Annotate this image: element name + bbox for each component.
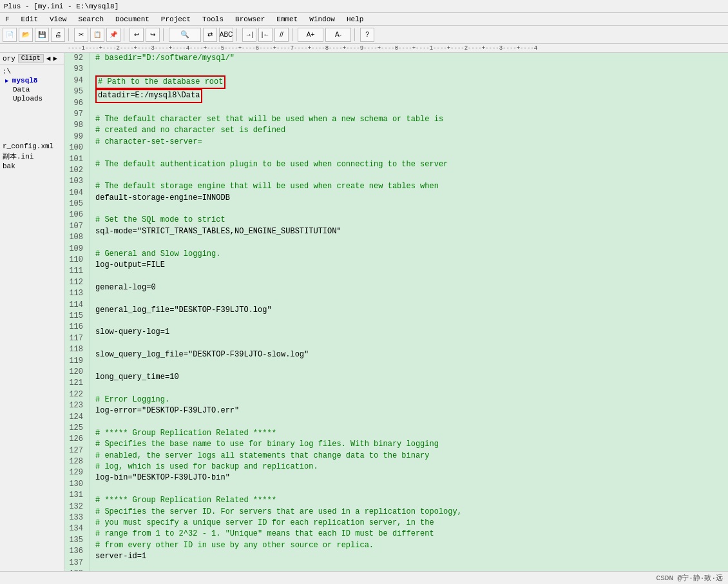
- line-number-123: 123: [64, 400, 86, 411]
- toolbar-sep-3: [163, 28, 166, 41]
- nav-arrow-right[interactable]: ▶: [53, 54, 57, 63]
- menu-item-file[interactable]: F: [3, 14, 12, 24]
- line-number-125: 125: [64, 423, 86, 434]
- ruler-text: ----1----+----2----+----3----+----4----+…: [68, 44, 537, 53]
- code-line-96: [95, 103, 728, 114]
- toolbar-find[interactable]: 🔍: [169, 28, 201, 42]
- clip-button[interactable]: Clipt: [18, 54, 44, 63]
- tree-item-mysql8[interactable]: mysql8: [0, 76, 64, 85]
- editor-content: 9293949596979899100101102103104105106107…: [64, 53, 728, 571]
- tree-item-uploads[interactable]: Uploads: [0, 94, 64, 103]
- line-number-127: 127: [64, 445, 86, 456]
- toolbar-paste[interactable]: 📌: [106, 28, 120, 42]
- toolbar-outdent[interactable]: |←: [258, 28, 273, 42]
- code-line-104: default-storage-engine=INNODB: [95, 193, 728, 204]
- line-numbers: 9293949596979899100101102103104105106107…: [64, 53, 90, 571]
- code-line-123: log-error="DESKTOP-F39LJTO.err": [95, 405, 728, 416]
- toolbar-zoom-out[interactable]: A-: [325, 28, 351, 42]
- main-layout: ory Clipt ◀ ▶ :\ mysql8 Data Uploads r_c…: [0, 53, 728, 571]
- line-number-102: 102: [64, 165, 86, 176]
- code-line-110: log-output=FILE: [95, 260, 728, 271]
- line-number-135: 135: [64, 535, 86, 546]
- menu-item-window[interactable]: Window: [307, 14, 338, 24]
- line-number-131: 131: [64, 490, 86, 501]
- editor-area[interactable]: 9293949596979899100101102103104105106107…: [64, 53, 728, 571]
- line-number-94: 94: [64, 75, 86, 86]
- line-number-104: 104: [64, 188, 86, 199]
- code-line-121: [95, 383, 728, 394]
- line-number-114: 114: [64, 300, 86, 311]
- toolbar-help[interactable]: ?: [360, 28, 374, 42]
- line-number-134: 134: [64, 523, 86, 534]
- line-number-112: 112: [64, 277, 86, 288]
- file-item-bak[interactable]: bak: [0, 162, 64, 171]
- code-line-134: # range from 1 to 2^32 - 1. "Unique" mea…: [95, 529, 728, 540]
- line-number-95: 95: [64, 86, 86, 97]
- code-line-93: [95, 64, 728, 75]
- line-number-130: 130: [64, 479, 86, 490]
- nav-arrow-left[interactable]: ◀: [46, 54, 51, 63]
- toolbar-cut[interactable]: ✂: [74, 28, 88, 42]
- code-line-119: [95, 361, 728, 372]
- code-line-133: # you must specify a unique server ID fo…: [95, 518, 728, 529]
- panel-header: ory Clipt ◀ ▶: [0, 53, 64, 64]
- file-item-ini-copy[interactable]: 副本.ini: [0, 151, 64, 162]
- toolbar-replace[interactable]: ⇄: [203, 28, 217, 42]
- line-number-106: 106: [64, 209, 86, 220]
- code-line-107: sql-mode="STRICT_TRANS_TABLES,NO_ENGINE_…: [95, 226, 728, 237]
- menu-item-project[interactable]: Project: [158, 14, 193, 24]
- file-item-config[interactable]: r_config.xml: [0, 142, 64, 151]
- toolbar-sep-6: [354, 28, 357, 41]
- toolbar: 📄 📂 💾 🖨 ✂ 📋 📌 ↩ ↪ 🔍 ⇄ ABC →| |← // A+ A-…: [0, 26, 728, 44]
- toolbar-sep-2: [124, 28, 126, 41]
- menu-item-help[interactable]: Help: [344, 14, 366, 24]
- code-line-102: [95, 170, 728, 181]
- menu-item-emmet[interactable]: Emmet: [274, 14, 300, 24]
- toolbar-new[interactable]: 📄: [3, 28, 17, 42]
- menu-item-view[interactable]: View: [47, 14, 69, 24]
- line-number-132: 132: [64, 501, 86, 512]
- code-line-117: [95, 338, 728, 349]
- toolbar-indent[interactable]: →|: [242, 28, 256, 42]
- file-list: r_config.xml 副本.ini bak: [0, 142, 64, 171]
- tree-area: :\ mysql8 Data Uploads r_config.xml 副本.i…: [0, 64, 64, 571]
- toolbar-save[interactable]: 💾: [35, 28, 49, 42]
- menu-item-tools[interactable]: Tools: [200, 14, 226, 24]
- line-number-118: 118: [64, 344, 86, 355]
- code-line-92: # basedir="D:/software/mysql/": [95, 53, 728, 64]
- toolbar-zoom-in[interactable]: A+: [298, 28, 323, 42]
- toolbar-copy[interactable]: 📋: [90, 28, 104, 42]
- line-number-124: 124: [64, 412, 86, 423]
- code-line-94: # Path to the database root: [95, 75, 728, 89]
- line-number-98: 98: [64, 120, 86, 131]
- line-number-122: 122: [64, 389, 86, 400]
- code-area[interactable]: # basedir="D:/software/mysql/"# Path to …: [90, 53, 728, 571]
- code-line-95: datadir=E:/mysql8\Data: [95, 89, 728, 102]
- line-number-117: 117: [64, 333, 86, 344]
- line-number-133: 133: [64, 512, 86, 523]
- watermark: CSDN @宁·静·致·远: [656, 573, 723, 583]
- tree-item-drive[interactable]: :\: [0, 67, 64, 76]
- line-number-99: 99: [64, 131, 86, 142]
- toolbar-spellcheck[interactable]: ABC: [219, 28, 233, 42]
- menu-item-browser[interactable]: Browser: [233, 14, 267, 24]
- code-line-98: # created and no character set is define…: [95, 125, 728, 136]
- tree-item-data[interactable]: Data: [0, 85, 64, 94]
- code-line-109: # General and Slow logging.: [95, 249, 728, 260]
- menu-item-search[interactable]: Search: [75, 14, 106, 24]
- menu-item-edit[interactable]: Edit: [19, 14, 41, 24]
- menu-item-document[interactable]: Document: [113, 14, 152, 24]
- code-line-118: slow_query_log_file="DESKTOP-F39LJTO-slo…: [95, 349, 728, 360]
- line-number-136: 136: [64, 546, 86, 557]
- code-line-135: # from every other ID in use by any othe…: [95, 540, 728, 551]
- toolbar-undo[interactable]: ↩: [129, 28, 144, 42]
- title-text: Plus - [my.ini - E:\mysql8]: [4, 3, 119, 10]
- line-number-121: 121: [64, 378, 86, 389]
- toolbar-open[interactable]: 📂: [19, 28, 33, 42]
- toolbar-print[interactable]: 🖨: [51, 28, 65, 42]
- code-line-125: # ***** Group Replication Related *****: [95, 428, 728, 439]
- code-line-105: [95, 204, 728, 215]
- line-number-138: 138: [64, 569, 86, 571]
- toolbar-comment[interactable]: //: [274, 28, 289, 42]
- toolbar-redo[interactable]: ↪: [146, 28, 160, 42]
